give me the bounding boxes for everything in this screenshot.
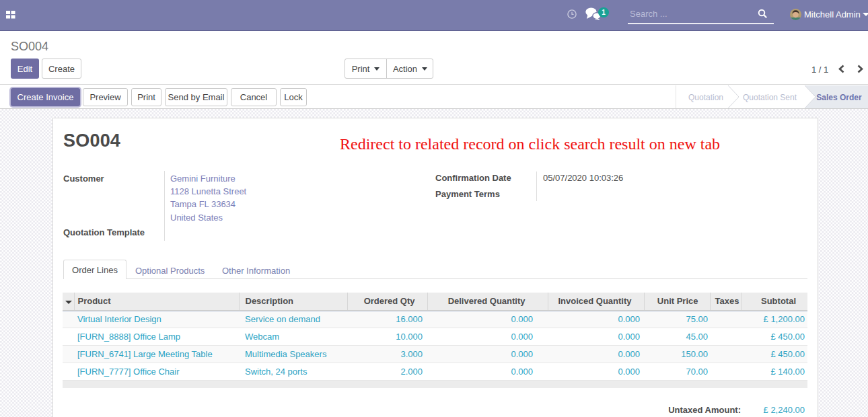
svg-text:Quotation: Quotation bbox=[688, 93, 723, 102]
svg-text:Quotation Sent: Quotation Sent bbox=[743, 93, 797, 102]
svg-text:Sales Order: Sales Order bbox=[816, 93, 862, 102]
